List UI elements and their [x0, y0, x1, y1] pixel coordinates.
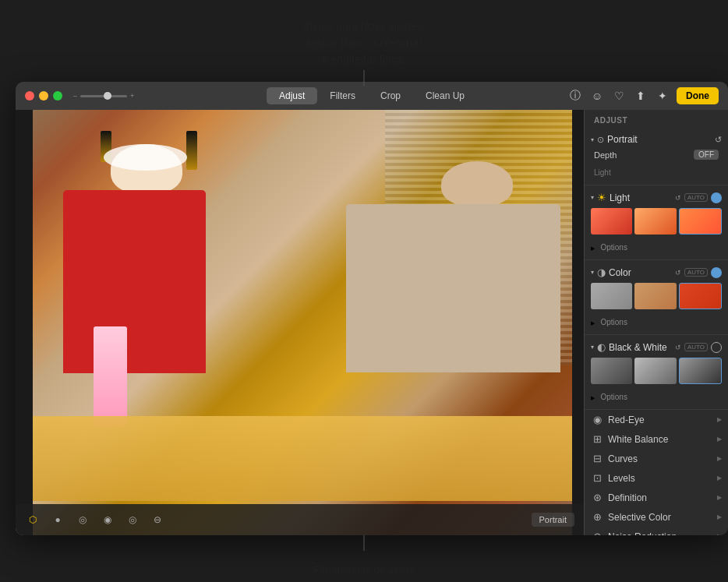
list-item-definition[interactable]: ⊛ Definition ▶ — [585, 488, 728, 507]
photo-toolbar: ⬡ ● ◎ ◉ ◎ ⊖ Portrait — [16, 504, 584, 535]
list-item-redeye[interactable]: ◉ Red-Eye ▶ — [585, 410, 728, 429]
tab-bar: Adjust Filters Crop Clean Up — [267, 87, 477, 104]
tool-line-icon[interactable]: ⊖ — [150, 512, 165, 527]
light-options-label: Options — [600, 243, 627, 252]
levels-label: Levels — [608, 473, 635, 484]
bw-reset-icon[interactable]: ↺ — [675, 344, 681, 351]
photo-placeholder — [16, 110, 584, 535]
bw-header[interactable]: ▾ ◐ Black & White ↺ AUTO — [585, 338, 728, 356]
light-chevron: ▾ — [591, 194, 594, 201]
light-right: ↺ AUTO — [675, 192, 722, 203]
redeye-icon: ◉ — [591, 414, 603, 425]
selectivecolor-icon: ⊕ — [591, 511, 603, 523]
portrait-section-header[interactable]: ▾ ⊙ Portrait ↺ — [585, 132, 728, 146]
whitebalance-icon: ⊞ — [591, 433, 603, 445]
color-title: Color — [609, 267, 631, 278]
color-auto-badge[interactable]: AUTO — [684, 268, 708, 277]
curves-label: Curves — [608, 453, 638, 464]
bw-thumb-2[interactable] — [634, 358, 676, 384]
depth-row: Depth OFF — [585, 146, 728, 163]
tool-target-icon[interactable]: ◎ — [75, 512, 90, 527]
light-thumb-1[interactable] — [591, 208, 632, 235]
bw-auto-badge[interactable]: AUTO — [684, 343, 708, 351]
color-options-label: Options — [600, 318, 627, 326]
bw-thumb-1[interactable] — [591, 358, 632, 384]
light-thumb-strip — [585, 206, 728, 238]
portrait-icon: ⊙ — [597, 135, 604, 145]
light-toggle[interactable] — [711, 192, 722, 203]
light-auto-badge[interactable]: AUTO — [684, 193, 708, 202]
close-button[interactable] — [25, 91, 34, 101]
levels-icon: ⊡ — [591, 472, 603, 484]
portrait-section: ▾ ⊙ Portrait ↺ Depth OFF Light — [585, 128, 728, 185]
bw-toggle[interactable] — [711, 342, 722, 353]
light-label-row: Light — [585, 163, 728, 180]
heart-icon[interactable]: ♡ — [611, 88, 627, 104]
redeye-label: Red-Eye — [608, 414, 645, 425]
bw-left: ▾ ◐ Black & White — [591, 341, 667, 353]
bw-thumb-3[interactable] — [679, 358, 722, 384]
depth-control[interactable]: OFF — [694, 150, 719, 160]
list-item-selectivecolor[interactable]: ⊕ Selective Color ▶ — [585, 507, 728, 527]
annotation-text: Ferramentas de ajuste — [313, 564, 415, 576]
tab-cleanup[interactable]: Clean Up — [413, 87, 477, 104]
main-window: – + Adjust Filters Crop Clean Up ⓘ ☺ ♡ ⬆… — [16, 82, 728, 535]
light-thumb-2[interactable] — [634, 208, 676, 235]
bw-right: ↺ AUTO — [675, 342, 722, 353]
photo-area: ⬡ ● ◎ ◉ ◎ ⊖ Portrait — [16, 110, 584, 535]
tab-filters[interactable]: Filters — [317, 87, 368, 104]
list-item-whitebalance[interactable]: ⊞ White Balance ▶ — [585, 429, 728, 449]
emoji-icon[interactable]: ☺ — [589, 88, 605, 104]
light-title: Light — [610, 192, 630, 203]
color-icon: ◑ — [597, 266, 606, 278]
bw-icon: ◐ — [597, 341, 606, 353]
tab-adjust[interactable]: Adjust — [267, 87, 317, 104]
light-icon: ☀ — [597, 192, 606, 203]
info-icon[interactable]: ⓘ — [567, 88, 583, 104]
color-chevron: ▾ — [591, 269, 594, 276]
tab-crop[interactable]: Crop — [368, 87, 413, 104]
tool-circle-icon[interactable]: ● — [50, 512, 65, 527]
portrait-title-row: ▾ ⊙ Portrait — [591, 134, 638, 145]
color-thumb-1[interactable] — [591, 283, 632, 309]
wand-icon[interactable]: ✦ — [655, 88, 670, 104]
light-header[interactable]: ▾ ☀ Light ↺ AUTO — [585, 189, 728, 206]
diner-table — [16, 416, 584, 501]
tool-icons: ⬡ ● ◎ ◉ ◎ ⊖ — [25, 512, 165, 527]
light-reset-icon[interactable]: ↺ — [675, 194, 681, 202]
color-thumb-2[interactable] — [634, 283, 676, 309]
light-left: ▾ ☀ Light — [591, 192, 630, 203]
titlebar-right: ⓘ ☺ ♡ ⬆ ✦ Done — [567, 87, 719, 104]
color-reset-icon[interactable]: ↺ — [675, 269, 681, 277]
color-header[interactable]: ▾ ◑ Color ↺ AUTO — [585, 263, 728, 281]
list-item-noisereduction[interactable]: ⊗ Noise Reduction ▶ — [585, 527, 728, 535]
redeye-chevron: ▶ — [717, 416, 722, 423]
tooltip-line — [364, 70, 365, 86]
annotation-line — [364, 535, 365, 551]
selectivecolor-chevron: ▶ — [717, 513, 722, 520]
share-icon[interactable]: ⬆ — [633, 88, 648, 104]
tool-ring-icon[interactable]: ◎ — [125, 512, 140, 527]
list-item-curves[interactable]: ⊟ Curves ▶ — [585, 449, 728, 468]
tool-portrait-icon[interactable]: ⬡ — [25, 512, 41, 527]
tool-eye-icon[interactable]: ◉ — [100, 512, 115, 527]
bw-options-row[interactable]: ▶ Options — [585, 387, 728, 406]
portrait-reset-icon[interactable]: ↺ — [715, 135, 722, 145]
selectivecolor-label: Selective Color — [608, 512, 671, 523]
minimize-button[interactable] — [39, 91, 48, 101]
zoom-slider-area[interactable]: – + — [73, 92, 134, 100]
color-options-row[interactable]: ▶ Options — [585, 312, 728, 331]
light-options-row[interactable]: ▶ Options — [585, 238, 728, 256]
light-thumb-3[interactable] — [679, 208, 722, 235]
zoom-slider[interactable] — [80, 95, 127, 97]
color-thumb-3[interactable] — [679, 283, 722, 309]
maximize-button[interactable] — [53, 91, 62, 101]
bw-thumb-strip — [585, 356, 728, 387]
color-toggle[interactable] — [711, 267, 722, 278]
done-button[interactable]: Done — [677, 87, 719, 104]
list-item-levels[interactable]: ⊡ Levels ▶ — [585, 468, 728, 488]
curves-chevron: ▶ — [717, 455, 722, 462]
portrait-button[interactable]: Portrait — [532, 513, 574, 527]
levels-chevron: ▶ — [717, 474, 722, 481]
panel-scroll[interactable]: ▾ ⊙ Portrait ↺ Depth OFF Light — [585, 128, 728, 535]
